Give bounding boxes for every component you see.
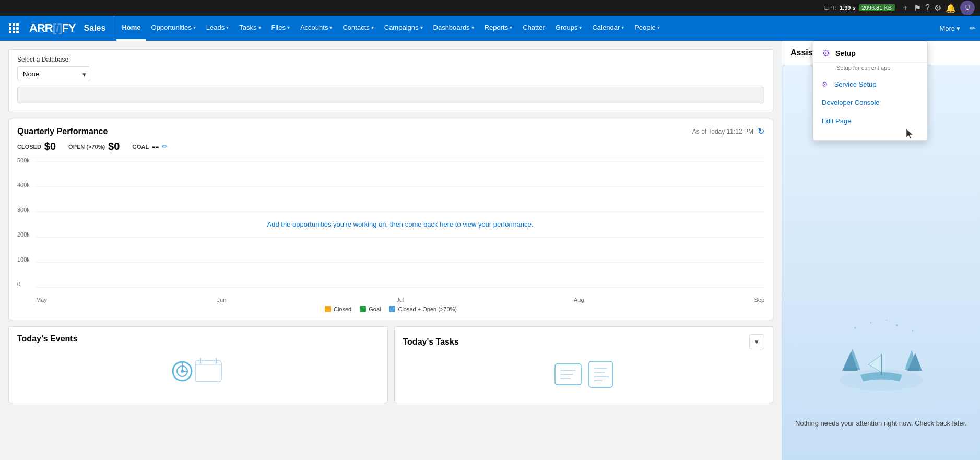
db-select[interactable]: None: [17, 66, 90, 81]
svg-rect-7: [13, 31, 15, 33]
chart-container: 500k 400k 300k 200k 100k 0: [17, 157, 764, 303]
db-select-wrapper: None ▾: [17, 66, 90, 81]
chevron-down-icon: ▾: [510, 25, 512, 30]
edit-pencil-icon[interactable]: ✏: [970, 24, 976, 32]
goal-value: --: [152, 140, 159, 152]
perf-header: Quarterly Performance As of Today 11:12 …: [17, 126, 764, 136]
today-events-card: Today's Events: [8, 326, 388, 403]
bell-icon[interactable]: 🔔: [946, 3, 956, 13]
gear-icon[interactable]: ⚙: [934, 3, 941, 13]
nav-bar: ARR[i]FY Sales Home Opportunities ▾ Lead…: [0, 16, 980, 41]
nav-home-label: Home: [122, 23, 140, 31]
kb-badge: 2096.81 KB: [859, 4, 895, 11]
events-card-header: Today's Events: [17, 334, 379, 344]
edit-page-item[interactable]: Edit Page: [813, 112, 927, 130]
nav-item-chatter[interactable]: Chatter: [517, 16, 550, 41]
service-setup-item[interactable]: ⚙ Service Setup: [813, 75, 927, 93]
ept-value: 1.99 s: [840, 5, 856, 11]
more-button[interactable]: More ▾: [934, 25, 965, 32]
nav-item-accounts[interactable]: Accounts ▾: [295, 16, 337, 41]
chart-yaxis: 500k 400k 300k 200k 100k 0: [17, 157, 32, 287]
utility-icons: ＋ ⚑ ? ⚙ 🔔 U: [901, 1, 975, 15]
tasks-content: [403, 353, 765, 395]
nav-reports-label: Reports: [485, 23, 509, 31]
tasks-dropdown-button[interactable]: ▾: [749, 334, 764, 349]
tasks-card-header: Today's Tasks ▾: [403, 334, 765, 349]
nav-item-people[interactable]: People ▾: [629, 16, 665, 41]
refresh-button[interactable]: ↻: [758, 126, 764, 136]
nav-item-reports[interactable]: Reports ▾: [479, 16, 518, 41]
nav-items: Home Opportunities ▾ Leads ▾ Tasks ▾ Fil…: [116, 16, 934, 41]
goal-edit-icon[interactable]: ✏: [162, 143, 168, 150]
nav-chatter-label: Chatter: [523, 23, 545, 31]
nav-item-calendar[interactable]: Calendar ▾: [587, 16, 629, 41]
nav-item-files[interactable]: Files ▾: [266, 16, 295, 41]
chart-message[interactable]: Add the opportunities you're working on,…: [267, 220, 534, 228]
events-content: [17, 348, 379, 390]
setup-subtitle: Setup for current app: [813, 63, 927, 75]
legend-goal: Goal: [360, 306, 381, 312]
performance-section: Quarterly Performance As of Today 11:12 …: [8, 119, 773, 320]
plus-icon[interactable]: ＋: [901, 3, 910, 14]
grid-icon[interactable]: [4, 16, 23, 41]
x-axis-jul: Jul: [396, 297, 404, 303]
question-icon[interactable]: ?: [925, 3, 930, 13]
nav-item-home[interactable]: Home: [116, 16, 146, 41]
svg-rect-1: [13, 23, 15, 26]
svg-rect-0: [9, 23, 11, 26]
svg-rect-22: [589, 361, 612, 387]
nav-files-label: Files: [271, 23, 286, 31]
app-name: Sales: [82, 16, 115, 41]
nav-item-campaigns[interactable]: Campaigns ▾: [379, 16, 428, 41]
today-tasks-card: Today's Tasks ▾: [394, 326, 774, 403]
svg-point-34: [870, 322, 871, 324]
svg-point-33: [854, 327, 856, 329]
svg-point-35: [896, 324, 898, 326]
chevron-down-icon: ▾: [193, 25, 196, 30]
nav-item-tasks[interactable]: Tasks ▾: [234, 16, 266, 41]
content-area: Select a Database: None ▾ Quarterly Perf…: [0, 41, 782, 460]
nav-calendar-label: Calendar: [592, 23, 620, 31]
bottom-sections: Today's Events: [8, 326, 773, 403]
nav-dashboards-label: Dashboards: [433, 23, 470, 31]
db-content-area: [17, 87, 764, 103]
nav-item-leads[interactable]: Leads ▾: [201, 16, 234, 41]
chevron-down-icon: ▾: [226, 25, 229, 30]
as-of-date: As of Today 11:12 PM: [692, 128, 753, 135]
nav-campaigns-label: Campaigns: [384, 23, 419, 31]
chevron-down-icon: ▾: [471, 25, 474, 30]
nav-item-dashboards[interactable]: Dashboards ▾: [428, 16, 479, 41]
legend-closed: Closed: [325, 306, 351, 312]
nav-item-opportunities[interactable]: Opportunities ▾: [146, 16, 201, 41]
nav-contacts-label: Contacts: [343, 23, 369, 31]
legend-goal-label: Goal: [369, 306, 381, 312]
logo[interactable]: ARR[i]FY: [23, 16, 82, 41]
db-label: Select a Database:: [17, 56, 764, 63]
legend-goal-dot: [360, 306, 366, 312]
developer-console-item[interactable]: Developer Console: [813, 93, 927, 112]
svg-point-36: [912, 330, 913, 332]
setup-gear-icon: ⚙: [822, 48, 830, 59]
closed-label: CLOSED: [17, 144, 41, 150]
svg-rect-2: [16, 23, 19, 26]
svg-rect-3: [9, 27, 11, 30]
events-illustration: [172, 350, 224, 387]
assistant-message: Nothing needs your attention right now. …: [782, 419, 980, 427]
svg-rect-8: [16, 31, 19, 33]
flag-icon[interactable]: ⚑: [914, 3, 921, 13]
nav-item-groups[interactable]: Groups ▾: [550, 16, 587, 41]
open-label: OPEN (>70%): [68, 144, 105, 150]
nav-item-contacts[interactable]: Contacts ▾: [337, 16, 379, 41]
assistant-scene-svg: [829, 312, 934, 396]
legend-closed-open-dot: [389, 306, 395, 312]
svg-point-37: [886, 320, 887, 321]
events-title: Today's Events: [17, 334, 78, 344]
nav-people-label: People: [634, 23, 655, 31]
nav-opportunities-label: Opportunities: [151, 23, 192, 31]
chart-inner: Add the opportunities you're working on,…: [36, 161, 764, 287]
legend-closed-open: Closed + Open (>70%): [389, 306, 457, 312]
chart-area: Add the opportunities you're working on,…: [36, 161, 764, 303]
avatar[interactable]: U: [960, 1, 975, 15]
setup-dropdown: ⚙ Setup Setup for current app ⚙ Service …: [813, 41, 928, 141]
nav-right: More ▾ ✏: [934, 16, 976, 41]
